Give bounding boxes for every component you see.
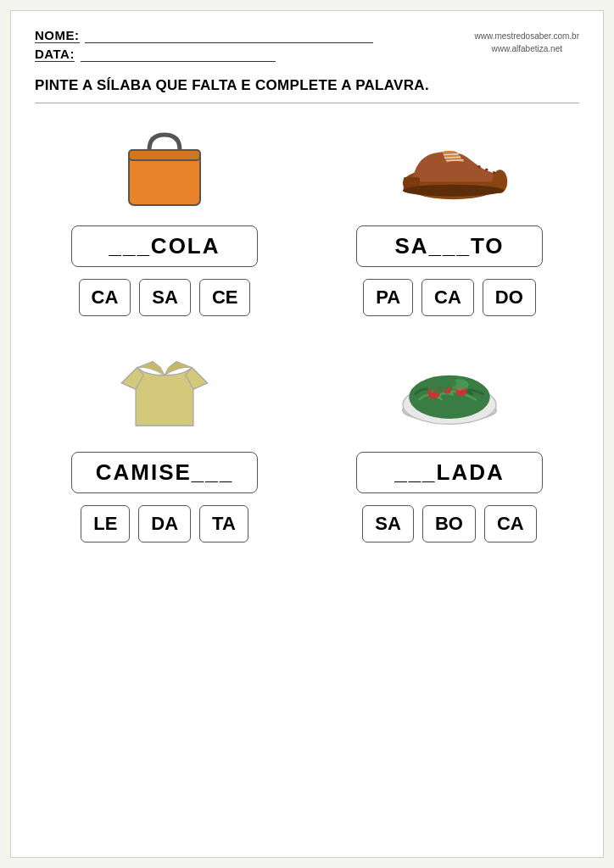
syllable-1-2[interactable]: CE (199, 279, 251, 316)
word-box-1: ___COLA (71, 225, 258, 267)
svg-point-10 (485, 168, 488, 171)
worksheet-page: NOME: DATA: www.mestredosaber.com.br www… (10, 10, 604, 858)
word-box-4: ___LADA (356, 452, 543, 493)
website2: www.alfabetiza.net (475, 42, 579, 55)
word-text-1: ___COLA (109, 233, 220, 259)
syllable-4-1[interactable]: BO (422, 505, 476, 542)
svg-point-11 (493, 171, 496, 175)
nome-label: NOME: (35, 28, 80, 43)
syllable-4-0[interactable]: SA (362, 505, 414, 542)
salad-illustration (382, 340, 517, 442)
syllables-1: CA SA CE (79, 279, 251, 316)
svg-line-5 (444, 157, 460, 158)
word-box-3: CAMISE___ (71, 452, 258, 493)
syllable-2-2[interactable]: DO (483, 279, 536, 316)
bag-illustration (97, 114, 232, 215)
svg-rect-1 (129, 150, 200, 160)
instruction-text: PINTE A SÍLABA QUE FALTA E COMPLETE A PA… (35, 77, 579, 94)
exercise-4: ___LADA SA BO CA (320, 340, 579, 542)
syllable-2-0[interactable]: PA (363, 279, 413, 316)
svg-point-9 (477, 165, 481, 169)
shoe-illustration (382, 114, 517, 215)
svg-line-6 (447, 160, 464, 161)
data-label: DATA: (35, 47, 75, 62)
syllable-1-1[interactable]: SA (139, 279, 191, 316)
syllables-2: PA CA DO (363, 279, 536, 316)
shirt-illustration (97, 340, 232, 442)
syllable-3-0[interactable]: LE (81, 505, 130, 542)
exercise-3: CAMISE___ LE DA TA (35, 340, 294, 542)
syllable-2-1[interactable]: CA (421, 279, 474, 316)
syllable-4-2[interactable]: CA (484, 505, 537, 542)
svg-line-4 (444, 154, 459, 155)
word-text-3: CAMISE___ (96, 459, 234, 485)
divider (35, 103, 579, 103)
word-text-4: ___LADA (394, 459, 505, 485)
exercises-grid: ___COLA CA SA CE (35, 114, 579, 566)
word-box-2: SA___TO (356, 225, 543, 267)
exercise-1: ___COLA CA SA CE (35, 114, 294, 316)
svg-point-8 (403, 185, 504, 197)
syllable-3-1[interactable]: DA (138, 505, 191, 542)
syllable-1-0[interactable]: CA (79, 279, 131, 316)
website1: www.mestredosaber.com.br (475, 30, 579, 42)
syllable-3-2[interactable]: TA (199, 505, 248, 542)
syllables-3: LE DA TA (81, 505, 248, 542)
website-info: www.mestredosaber.com.br www.alfabetiza.… (475, 30, 579, 55)
exercise-2: SA___TO PA CA DO (320, 114, 579, 316)
syllables-4: SA BO CA (362, 505, 536, 542)
word-text-2: SA___TO (394, 233, 504, 259)
svg-point-22 (441, 378, 456, 387)
